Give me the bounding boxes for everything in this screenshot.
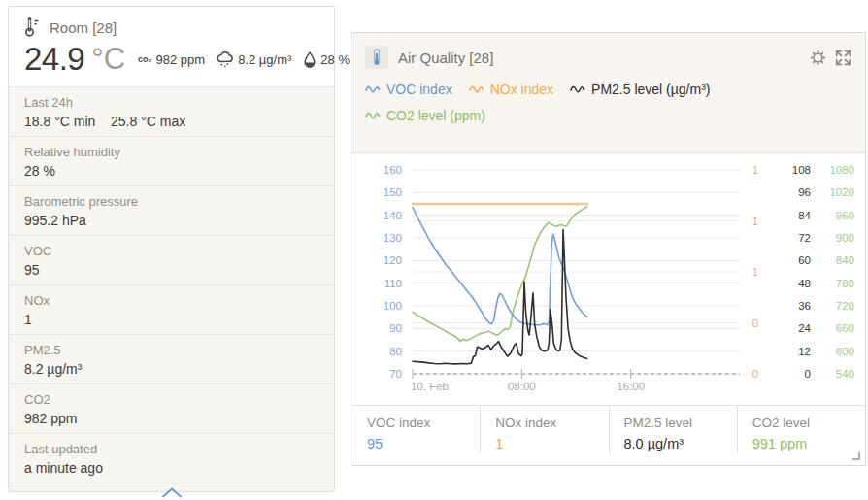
room-card-header: Room [28] 24.9 °C co₂ 982 ppm bbox=[9, 7, 334, 87]
svg-text:140: 140 bbox=[384, 210, 402, 221]
svg-text:160: 160 bbox=[384, 164, 402, 176]
room-row-value: 8.2 µg/m³ bbox=[24, 361, 318, 377]
stat-value: 1 bbox=[495, 436, 602, 451]
legend-label: NOx index bbox=[490, 82, 553, 97]
room-detail-row: VOC95 bbox=[9, 236, 334, 285]
air-quality-thermometer-icon bbox=[365, 46, 388, 69]
room-row-value: 982 ppm bbox=[24, 411, 318, 426]
legend-item[interactable]: NOx index bbox=[469, 82, 553, 97]
room-row-value: 1 bbox=[24, 312, 318, 327]
series-wave-icon bbox=[365, 111, 382, 120]
room-title: Room [28] bbox=[50, 19, 117, 36]
humidity-mini-stat: 28 % bbox=[303, 51, 350, 68]
svg-text:16:00: 16:00 bbox=[617, 381, 645, 392]
svg-text:48: 48 bbox=[798, 278, 811, 289]
room-row-label: Relative humidity bbox=[24, 145, 318, 159]
stat-value: 991 ppm bbox=[752, 436, 859, 451]
legend-label: CO2 level (ppm) bbox=[386, 108, 485, 123]
svg-text:100: 100 bbox=[384, 300, 402, 312]
current-reading-stat: PM2.5 level8.0 µg/m³ bbox=[609, 406, 737, 465]
svg-text:12: 12 bbox=[798, 346, 811, 357]
room-row-value: a minute ago bbox=[24, 460, 318, 476]
current-readings-row: VOC index95NOx index1PM2.5 level8.0 µg/m… bbox=[351, 405, 865, 465]
svg-text:780: 780 bbox=[836, 278, 854, 289]
svg-text:24: 24 bbox=[798, 322, 811, 334]
room-detail-row: Barometric pressure995.2 hPa bbox=[9, 186, 334, 236]
svg-text:08:00: 08:00 bbox=[508, 381, 536, 392]
room-detail-row: NOx1 bbox=[9, 285, 334, 335]
expand-fullscreen-icon[interactable] bbox=[835, 50, 851, 66]
room-row-value: 95 bbox=[24, 262, 318, 278]
room-row-label: NOx bbox=[24, 293, 318, 308]
svg-text:80: 80 bbox=[389, 346, 402, 357]
svg-text:960: 960 bbox=[836, 210, 854, 221]
legend-label: VOC index bbox=[386, 82, 452, 97]
svg-text:110: 110 bbox=[384, 278, 402, 289]
humidity-mini-value: 28 % bbox=[320, 52, 350, 67]
room-row-label: CO2 bbox=[24, 392, 318, 407]
room-detail-rows: Last 24h18.8 °C min25.8 °C maxRelative h… bbox=[9, 87, 334, 500]
room-row-label: Last updated bbox=[24, 442, 318, 456]
stat-label: NOx index bbox=[495, 416, 602, 430]
co2-mini-stat: co₂ 982 ppm bbox=[138, 52, 205, 67]
svg-text:72: 72 bbox=[798, 232, 811, 244]
svg-text:0: 0 bbox=[752, 368, 758, 380]
legend-item[interactable]: CO2 level (ppm) bbox=[365, 108, 485, 123]
legend-item[interactable]: PM2.5 level (µg/m³) bbox=[570, 82, 710, 97]
svg-text:1020: 1020 bbox=[829, 186, 854, 198]
room-row-value: 995.2 hPa bbox=[24, 213, 318, 228]
svg-text:130: 130 bbox=[384, 232, 402, 244]
co2-mini-value: 982 ppm bbox=[156, 52, 206, 67]
svg-text:1: 1 bbox=[752, 216, 758, 227]
room-row-value: 18.8 °C min25.8 °C max bbox=[24, 114, 318, 129]
resize-handle[interactable] bbox=[852, 452, 860, 460]
temperature-unit: °C bbox=[91, 42, 125, 77]
air-quality-header: Air Quality [28] bbox=[351, 33, 865, 152]
air-quality-title: Air Quality [28] bbox=[398, 50, 810, 66]
svg-text:70: 70 bbox=[389, 368, 402, 380]
collapse-button[interactable] bbox=[9, 483, 334, 500]
current-reading-stat: NOx index1 bbox=[480, 406, 608, 465]
pm25-mini-stat: 8.2 µg/m³ bbox=[217, 51, 291, 68]
room-detail-row: Last 24h18.8 °C min25.8 °C max bbox=[9, 87, 334, 137]
thermometer-icon bbox=[24, 17, 41, 38]
chart-area: 10. Feb08:0016:0016015014013012011010090… bbox=[351, 152, 865, 405]
svg-text:60: 60 bbox=[798, 254, 811, 266]
room-row-value: 28 % bbox=[24, 163, 318, 179]
room-sensor-card: Room [28] 24.9 °C co₂ 982 ppm bbox=[8, 6, 335, 492]
series-wave-icon bbox=[365, 84, 382, 94]
series-wave-icon bbox=[469, 84, 485, 94]
svg-text:108: 108 bbox=[792, 164, 811, 176]
settings-gear-icon[interactable] bbox=[810, 50, 826, 66]
chevron-up-icon bbox=[161, 487, 183, 498]
current-reading-stat: VOC index95 bbox=[351, 406, 480, 465]
svg-text:1080: 1080 bbox=[829, 164, 854, 176]
svg-text:1: 1 bbox=[752, 164, 758, 176]
room-detail-row: Last updateda minute ago bbox=[9, 434, 334, 483]
svg-text:720: 720 bbox=[836, 300, 854, 312]
chart-legend: VOC indexNOx indexPM2.5 level (µg/m³)CO2… bbox=[365, 82, 783, 123]
svg-text:1: 1 bbox=[752, 266, 758, 278]
current-reading-stat: CO2 level991 ppm bbox=[737, 406, 865, 465]
room-row-label: Barometric pressure bbox=[24, 194, 318, 209]
room-row-label: PM2.5 bbox=[24, 343, 318, 357]
series-wave-icon bbox=[570, 84, 586, 94]
svg-text:660: 660 bbox=[836, 322, 854, 334]
particulate-cloud-icon bbox=[217, 51, 234, 68]
pm25-mini-value: 8.2 µg/m³ bbox=[238, 52, 291, 67]
air-quality-chart[interactable]: 10. Feb08:0016:0016015014013012011010090… bbox=[351, 153, 865, 406]
svg-text:600: 600 bbox=[836, 346, 854, 357]
svg-text:150: 150 bbox=[384, 186, 402, 198]
temperature-value: 24.9 bbox=[24, 41, 84, 78]
legend-label: PM2.5 level (µg/m³) bbox=[591, 82, 710, 97]
svg-text:0: 0 bbox=[805, 368, 811, 380]
svg-text:120: 120 bbox=[384, 254, 402, 266]
svg-text:840: 840 bbox=[836, 254, 854, 266]
svg-text:90: 90 bbox=[389, 322, 402, 334]
svg-text:36: 36 bbox=[798, 300, 811, 312]
room-row-label: VOC bbox=[24, 244, 318, 258]
room-row-label: Last 24h bbox=[24, 95, 318, 110]
stat-label: CO2 level bbox=[752, 416, 859, 430]
legend-item[interactable]: VOC index bbox=[365, 82, 452, 97]
svg-text:96: 96 bbox=[798, 186, 811, 198]
